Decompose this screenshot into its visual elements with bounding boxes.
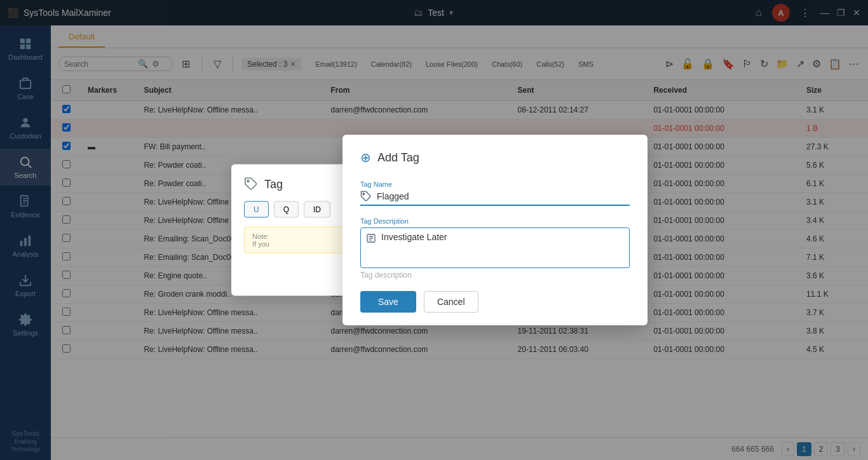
modal-overlay: Tag U Q ID Note:If you Ok Cancel ⊕ Add T… <box>0 0 868 460</box>
save-button[interactable]: Save <box>360 291 416 313</box>
add-tag-header: ⊕ Add Tag <box>360 150 630 165</box>
tag-desc-placeholder: Tag description <box>360 271 630 280</box>
tag-desc-label: Tag Description <box>360 217 630 225</box>
svg-point-17 <box>363 193 364 194</box>
tag-dialog-title: Tag <box>264 177 283 191</box>
tag-name-group: Tag Name <box>360 180 630 206</box>
add-tag-actions: Save Cancel <box>360 291 630 313</box>
tag-option-u[interactable]: U <box>244 201 269 218</box>
svg-point-16 <box>247 180 249 182</box>
tag-name-input[interactable] <box>377 191 630 201</box>
plus-icon: ⊕ <box>360 150 371 165</box>
tag-name-input-row <box>360 191 630 206</box>
tag-option-id[interactable]: ID <box>304 201 330 218</box>
cancel-button[interactable]: Cancel <box>424 291 478 313</box>
tag-desc-input-row: Investigate Later <box>360 227 630 268</box>
tag-desc-textarea[interactable]: Investigate Later <box>381 232 624 264</box>
tag-description-group: Tag Description Investigate Later Tag de… <box>360 217 630 280</box>
add-tag-title: Add Tag <box>377 151 419 165</box>
tag-option-q[interactable]: Q <box>274 201 299 218</box>
add-tag-dialog: ⊕ Add Tag Tag Name Tag Description Inves… <box>342 135 648 325</box>
tag-name-icon <box>360 191 372 202</box>
tag-desc-icon <box>366 233 376 243</box>
tag-name-label: Tag Name <box>360 180 630 188</box>
